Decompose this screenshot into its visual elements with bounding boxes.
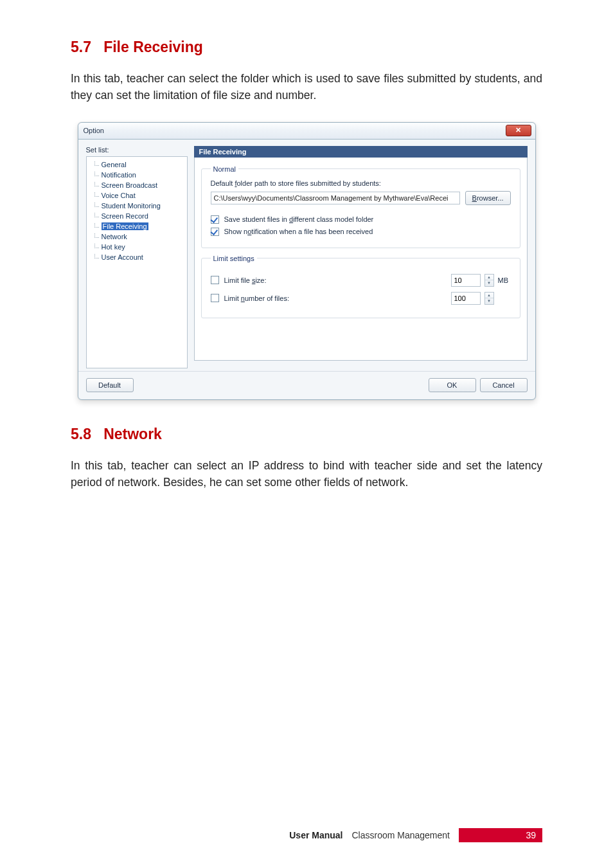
para-5-8: In this tab, teacher can select an IP ad… bbox=[71, 457, 542, 491]
footer-manual: User Manual bbox=[289, 830, 342, 840]
spinner-up-icon[interactable]: ▲ bbox=[485, 275, 493, 281]
heading-5-7: 5.7 File Receiving bbox=[71, 39, 542, 56]
checkbox-show-notification[interactable] bbox=[211, 228, 219, 236]
tree-item-student-monitoring[interactable]: Student Monitoring bbox=[87, 201, 187, 211]
checkbox-limit-size-label: Limit file size: bbox=[224, 276, 267, 284]
tree-item-notification[interactable]: Notification bbox=[87, 170, 187, 180]
checkbox-limit-number[interactable] bbox=[211, 294, 219, 302]
panel-title: File Receiving bbox=[194, 146, 528, 158]
set-list-label: Set list: bbox=[86, 146, 188, 154]
tree-item-voice-chat[interactable]: Voice Chat bbox=[87, 190, 187, 201]
ok-button[interactable]: OK bbox=[429, 378, 476, 392]
tree-item-screen-record[interactable]: Screen Record bbox=[87, 211, 187, 221]
tree-item-network[interactable]: Network bbox=[87, 231, 187, 242]
browse-button[interactable]: Browser... bbox=[465, 191, 511, 205]
para-5-7: In this tab, teacher can select the fold… bbox=[71, 70, 542, 104]
cancel-button[interactable]: Cancel bbox=[480, 378, 528, 392]
checkbox-save-label: Save student files in different class mo… bbox=[224, 215, 374, 223]
tree-item-file-receiving[interactable]: File Receiving bbox=[87, 221, 187, 231]
checkbox-notify-label: Show notification when a file has been r… bbox=[224, 228, 373, 235]
footer-page-number: 39 bbox=[459, 828, 542, 842]
heading-num: 5.8 bbox=[71, 426, 91, 442]
option-title: Option bbox=[84, 127, 104, 134]
limit-size-input[interactable] bbox=[451, 274, 481, 287]
settings-tree[interactable]: General Notification Screen Broadcast Vo… bbox=[86, 156, 188, 368]
heading-5-8: 5.8 Network bbox=[71, 426, 542, 443]
tree-item-screen-broadcast[interactable]: Screen Broadcast bbox=[87, 180, 187, 190]
spinner-down-icon[interactable]: ▼ bbox=[485, 280, 493, 286]
folder-path-input[interactable] bbox=[211, 192, 460, 204]
limit-number-input[interactable] bbox=[451, 292, 481, 305]
option-titlebar[interactable]: Option ✕ bbox=[78, 123, 535, 140]
group-limit-legend: Limit settings bbox=[211, 255, 257, 262]
limit-number-spinner[interactable]: ▲ ▼ bbox=[484, 292, 494, 305]
group-normal-legend: Normal bbox=[211, 165, 238, 173]
page-footer: User Manual Classroom Management 39 bbox=[0, 828, 613, 842]
option-dialog: Option ✕ Set list: General Notification … bbox=[78, 122, 536, 400]
tree-item-user-account[interactable]: User Account bbox=[87, 252, 187, 262]
close-button[interactable]: ✕ bbox=[506, 125, 531, 136]
tree-item-hot-key[interactable]: Hot key bbox=[87, 242, 187, 252]
heading-num: 5.7 bbox=[71, 39, 91, 55]
spinner-down-icon[interactable]: ▼ bbox=[485, 298, 493, 304]
group-normal: Normal Default folder path to store file… bbox=[201, 165, 520, 248]
dialog-footer: Default OK Cancel bbox=[78, 371, 535, 399]
folder-path-label: Default folder path to store files submi… bbox=[211, 179, 511, 187]
left-panel: Set list: General Notification Screen Br… bbox=[86, 146, 188, 368]
heading-title: File Receiving bbox=[103, 39, 203, 55]
group-limit-settings: Limit settings Limit file size: bbox=[201, 255, 520, 318]
spinner-up-icon[interactable]: ▲ bbox=[485, 293, 493, 299]
limit-size-spinner[interactable]: ▲ ▼ bbox=[484, 274, 494, 287]
limit-number-spacer bbox=[498, 294, 511, 302]
footer-product: Classroom Management bbox=[351, 830, 450, 840]
default-button[interactable]: Default bbox=[86, 378, 134, 392]
checkbox-limit-number-label: Limit number of files: bbox=[224, 294, 290, 302]
heading-title: Network bbox=[103, 426, 162, 442]
checkbox-limit-size[interactable] bbox=[211, 276, 219, 284]
tree-item-general[interactable]: General bbox=[87, 159, 187, 170]
limit-size-unit: MB bbox=[498, 276, 511, 284]
checkbox-save-different-folder[interactable] bbox=[211, 215, 219, 224]
right-panel: File Receiving Normal Default folder pat… bbox=[194, 146, 528, 368]
close-icon: ✕ bbox=[515, 126, 521, 134]
